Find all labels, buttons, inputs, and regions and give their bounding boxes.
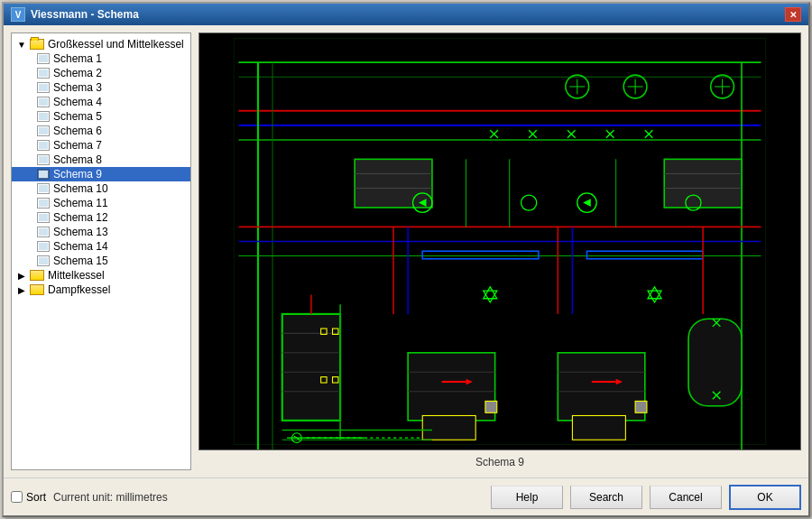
schema-icon <box>37 198 50 209</box>
window-title: Viessmann - Schema <box>31 8 139 21</box>
svg-rect-62 <box>572 415 625 440</box>
tree-item-schema10[interactable]: Schema 10 <box>12 181 190 196</box>
close-button[interactable]: ✕ <box>785 7 801 22</box>
svg-rect-64 <box>635 401 647 412</box>
expand-icon: ▶ <box>15 283 28 296</box>
tree-group-root[interactable]: ▼ Großkessel und Mittelkessel <box>12 37 190 51</box>
schema-icon <box>37 111 50 122</box>
main-window: V Viessmann - Schema ✕ ▼ Großkessel und … <box>2 2 810 517</box>
tree-group-mittelkessel[interactable]: ▶ Mittelkessel <box>12 268 190 283</box>
tree-item-schema9[interactable]: Schema 9 <box>12 167 190 181</box>
tree-item-schema1[interactable]: Schema 1 <box>12 51 190 66</box>
title-bar-left: V Viessmann - Schema <box>11 7 139 22</box>
sort-label[interactable]: Sort <box>26 491 46 504</box>
folder-closed-icon <box>30 284 44 295</box>
schema-icon <box>37 255 50 266</box>
tree-panel[interactable]: ▼ Großkessel und Mittelkessel Schema 1 S… <box>11 32 191 470</box>
bottom-bar: Sort Current unit: millimetres Help Sear… <box>4 477 808 515</box>
svg-rect-53 <box>558 353 644 421</box>
schema-icon <box>37 227 50 237</box>
schema-icon <box>37 241 50 252</box>
schema-icon <box>37 68 50 79</box>
schema-icon <box>37 82 50 93</box>
search-button[interactable]: Search <box>570 486 642 509</box>
tree-item-schema11[interactable]: Schema 11 <box>12 196 190 210</box>
sort-checkbox[interactable] <box>11 491 23 503</box>
svg-rect-45 <box>282 314 340 421</box>
schema-icon <box>37 97 50 107</box>
preview-image <box>198 32 801 450</box>
expand-icon: ▶ <box>15 269 28 282</box>
schema-icon <box>37 53 50 64</box>
svg-rect-50 <box>408 353 494 421</box>
sort-checkbox-container[interactable]: Sort <box>11 491 46 504</box>
tree-item-schema15[interactable]: Schema 15 <box>12 254 190 268</box>
svg-rect-63 <box>485 401 497 412</box>
svg-rect-56 <box>688 319 742 405</box>
tree-item-schema12[interactable]: Schema 12 <box>12 210 190 225</box>
schema-icon <box>37 183 50 194</box>
schema-icon <box>37 154 50 165</box>
svg-rect-22 <box>664 159 742 208</box>
ok-button[interactable]: OK <box>729 485 801 510</box>
cancel-button[interactable]: Cancel <box>650 486 722 509</box>
help-button[interactable]: Help <box>491 486 563 509</box>
tree-group-dampfkessel[interactable]: ▶ Dampfkessel <box>12 283 190 297</box>
tree-item-schema5[interactable]: Schema 5 <box>12 109 190 124</box>
tree-item-schema3[interactable]: Schema 3 <box>12 80 190 95</box>
current-unit-label: Current unit: millimetres <box>53 491 484 504</box>
svg-rect-61 <box>422 415 475 440</box>
schema-icon <box>37 169 50 180</box>
schema-icon <box>37 125 50 136</box>
title-bar: V Viessmann - Schema ✕ <box>4 4 808 25</box>
tree-item-schema8[interactable]: Schema 8 <box>12 153 190 167</box>
folder-closed-icon <box>30 270 44 281</box>
schema-icon <box>37 140 50 151</box>
schema-icon <box>37 212 50 223</box>
svg-rect-19 <box>355 159 432 208</box>
preview-panel: Schema 9 <box>198 32 801 470</box>
window-icon: V <box>11 7 25 22</box>
tree-item-schema14[interactable]: Schema 14 <box>12 239 190 254</box>
tree-item-schema4[interactable]: Schema 4 <box>12 95 190 109</box>
preview-label: Schema 9 <box>198 454 801 470</box>
root-group-label: Großkessel und Mittelkessel <box>48 38 184 51</box>
tree-item-schema2[interactable]: Schema 2 <box>12 66 190 80</box>
tree-item-schema6[interactable]: Schema 6 <box>12 124 190 138</box>
folder-open-icon <box>30 39 44 50</box>
expand-icon: ▼ <box>15 38 28 51</box>
tree-item-schema13[interactable]: Schema 13 <box>12 225 190 239</box>
tree-item-schema7[interactable]: Schema 7 <box>12 138 190 153</box>
schema-diagram <box>199 33 800 449</box>
content-area: ▼ Großkessel und Mittelkessel Schema 1 S… <box>4 25 808 477</box>
